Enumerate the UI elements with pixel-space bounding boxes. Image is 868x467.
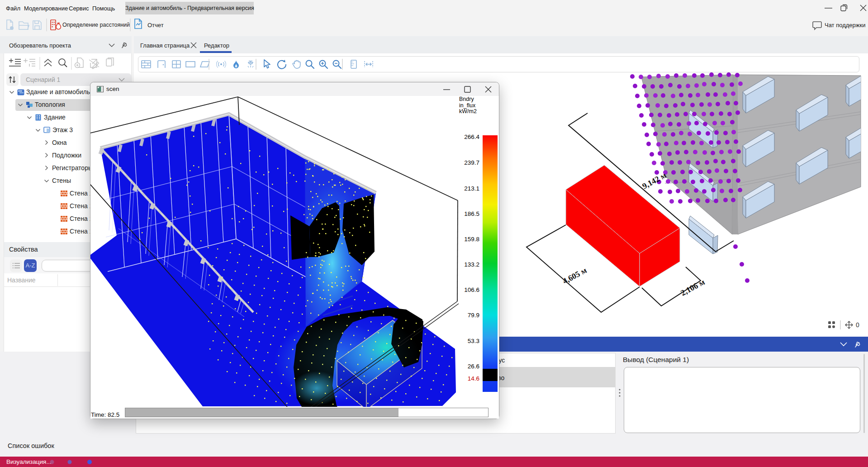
svg-text:2,106 м: 2,106 м — [679, 277, 706, 298]
svg-text:0: 0 — [856, 321, 859, 329]
svg-text:4,605 м: 4,605 м — [561, 266, 588, 286]
svg-text:9,142 м: 9,142 м — [640, 171, 668, 191]
